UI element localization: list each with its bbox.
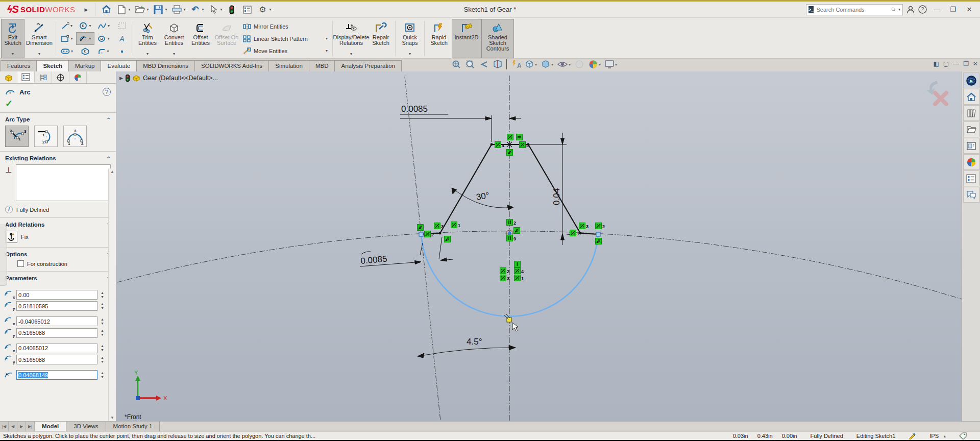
construction-geometry-tool[interactable] <box>113 19 131 32</box>
dimxpert-tab[interactable] <box>52 71 69 83</box>
search-scope-icon[interactable]: >_ <box>808 6 814 13</box>
relation-badge-par-2[interactable]: 2 <box>506 219 516 226</box>
arc-endpoint-left[interactable] <box>419 232 423 236</box>
tag-icon[interactable] <box>959 432 967 439</box>
exit-sketch-button[interactable]: Exit Sketch ▾ <box>1 19 24 58</box>
relation-badge-fan[interactable] <box>513 227 520 234</box>
relation-badge-par-9[interactable]: 9 <box>506 235 516 241</box>
tab-sketch[interactable]: Sketch <box>36 60 69 71</box>
convert-entities-button[interactable]: Convert Entities ▾ <box>160 19 188 58</box>
apply-scene-icon[interactable]: ▾ <box>588 59 601 69</box>
dim-tooth-height-value[interactable]: 0.04 <box>552 188 561 205</box>
solidworks-logo[interactable]: ϟS SOLIDWORKS <box>0 4 80 15</box>
home-icon[interactable] <box>963 89 979 105</box>
param-spinner[interactable]: ▲▼ <box>99 356 106 364</box>
param-spinner[interactable]: ▲▼ <box>99 329 106 337</box>
select-button[interactable]: ▾ <box>206 3 224 17</box>
caret-icon[interactable]: ▾ <box>220 7 222 12</box>
tab-scroll-last-icon[interactable]: ▶| <box>26 422 35 431</box>
search-commands-box[interactable]: >_ ▾ <box>806 4 903 15</box>
radial-construction-line[interactable] <box>405 77 440 421</box>
relation-badge-bar[interactable] <box>514 261 521 267</box>
param-radius-r-input[interactable]: 0.04068149 <box>16 370 97 380</box>
zoom-fit-icon[interactable] <box>451 59 461 69</box>
quick-snaps-button[interactable]: Quick Snaps ▾ <box>397 19 423 58</box>
caret-icon[interactable]: ▾ <box>350 51 352 57</box>
caret-icon[interactable]: ▾ <box>38 51 40 57</box>
for-construction-checkbox[interactable] <box>17 260 24 267</box>
breadcrumb-expand-icon[interactable]: ▶ <box>119 76 123 81</box>
relation-badge-slash[interactable] <box>507 134 513 140</box>
section-view-icon[interactable] <box>493 59 503 69</box>
caret-icon[interactable]: ▾ <box>535 62 537 67</box>
caret-icon[interactable]: ▾ <box>409 51 411 57</box>
home-button[interactable] <box>99 3 114 17</box>
file-properties-button[interactable] <box>239 3 255 17</box>
caret-icon[interactable]: ▾ <box>615 62 617 67</box>
caret-icon[interactable]: ▾ <box>146 7 149 12</box>
fix-relation-button[interactable]: Fix <box>5 231 111 243</box>
doc-close-icon[interactable]: ✕ <box>973 60 978 67</box>
relation-badge-slash-2[interactable]: 2 <box>500 267 509 274</box>
caret-icon[interactable]: ▾ <box>70 36 72 41</box>
zoom-area-icon[interactable] <box>465 59 475 69</box>
caret-icon[interactable]: ▾ <box>108 23 110 28</box>
arc-endpoint-right[interactable] <box>596 232 600 236</box>
dim-base-offset-value[interactable]: 0.0085 <box>360 254 387 266</box>
relation-badge-slash-1[interactable]: 1 <box>570 230 579 236</box>
caret-icon[interactable]: ▾ <box>12 51 14 57</box>
fillet-tool[interactable]: ×▾ <box>94 45 113 58</box>
three-point-arc-button[interactable]: 123× <box>63 126 87 147</box>
tab-scroll-first-icon[interactable]: |◀ <box>0 422 9 431</box>
dim-top-width-value[interactable]: 0.0085 <box>401 104 428 114</box>
dim-flank-angle-value[interactable]: 30° <box>476 190 490 202</box>
close-button[interactable]: ✕ <box>963 4 976 16</box>
resources-icon[interactable]: ▶ <box>963 72 979 88</box>
doc-restore-icon[interactable]: ❐ <box>963 60 969 67</box>
breadcrumb-text[interactable]: Gear (Default<<Default>... <box>143 75 218 82</box>
confirmation-corner[interactable] <box>924 77 954 107</box>
file-explorer-icon[interactable] <box>963 121 979 137</box>
sketch-canvas[interactable]: 0.0085 30° 0.04 <box>116 71 962 421</box>
property-manager-tab[interactable] <box>17 71 35 83</box>
smart-dimension-button[interactable]: Smart Dimension ▾ <box>24 19 54 58</box>
param-center-x-input[interactable]: 0.00 <box>16 290 97 300</box>
print-button[interactable]: ▾ <box>169 3 187 17</box>
tab-simulation[interactable]: Simulation <box>268 60 309 71</box>
previous-view-icon[interactable] <box>479 60 489 69</box>
relation-badge-slash-2[interactable]: 2 <box>424 231 434 237</box>
offset-entities-button[interactable]: Offset Entities <box>188 19 213 58</box>
view-orientation-icon[interactable]: ▾ <box>524 59 537 69</box>
graphics-viewport[interactable]: 0.0085 30° 0.04 <box>116 71 962 421</box>
relation-badge-slash-4[interactable]: 4 <box>495 141 504 148</box>
caret-icon[interactable]: ▾ <box>128 7 130 12</box>
dim-pitch-angle-value[interactable]: 4.5° <box>467 337 482 347</box>
relation-badge-slash-1[interactable]: 1 <box>451 222 460 228</box>
configuration-manager-tab[interactable] <box>35 71 52 83</box>
panel-scrollbar[interactable]: ▲▼ <box>108 168 116 421</box>
ok-button[interactable]: ✓ <box>5 99 13 109</box>
trim-entities-button[interactable]: Trim Entities ▾ <box>135 19 160 58</box>
caret-icon[interactable]: ▾ <box>569 62 571 67</box>
pane-icon[interactable]: ▢ <box>943 60 949 67</box>
relations-listbox[interactable] <box>16 164 111 201</box>
tab-analysis-preparation[interactable]: Analysis Preparation <box>334 60 401 71</box>
relation-badge-fan[interactable] <box>417 224 424 231</box>
pane-left-icon[interactable]: ◧ <box>933 60 939 67</box>
tab-scroll-next-icon[interactable]: ▶ <box>17 422 26 431</box>
panel-flyout-handle[interactable] <box>0 225 7 286</box>
polygon-tool[interactable] <box>76 45 94 58</box>
search-icon[interactable] <box>891 6 896 13</box>
param-start-y-input[interactable]: 0.5165088 <box>16 328 97 338</box>
design-library-icon[interactable] <box>963 105 979 121</box>
instant2d-button[interactable]: Instant2D <box>452 19 481 58</box>
relation-badge-slash-4[interactable]: 4 <box>514 267 524 274</box>
dim-pitch-angle[interactable] <box>418 346 516 358</box>
relation-badge-slash-3[interactable]: 3 <box>579 223 589 229</box>
tab-solidworks-add-ins[interactable]: SOLIDWORKS Add-Ins <box>194 60 269 71</box>
move-entities-button[interactable]: Move Entities ▾ <box>242 45 329 56</box>
minimize-button[interactable]: — <box>930 4 943 16</box>
shaded-sketch-contours-button[interactable]: Shaded Sketch Contours <box>481 19 514 58</box>
display-style-icon[interactable]: ▾ <box>541 59 553 69</box>
pitch-circle-arc[interactable] <box>117 231 962 299</box>
